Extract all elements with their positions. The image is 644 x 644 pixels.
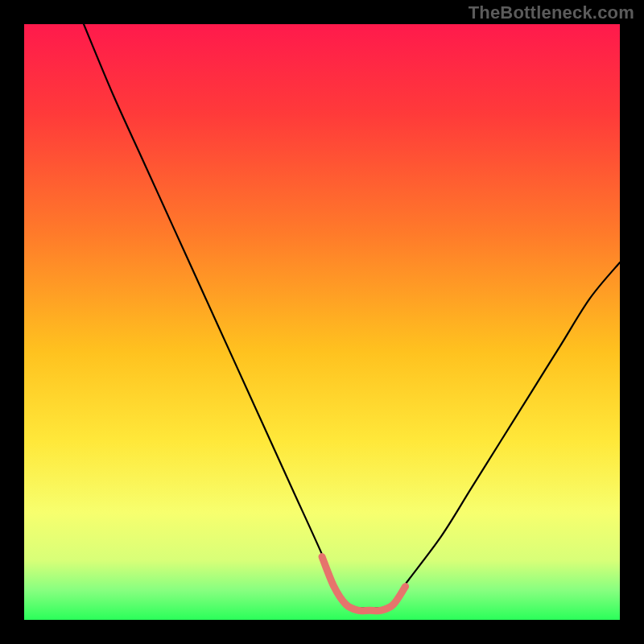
chart-frame: TheBottleneck.com xyxy=(0,0,644,644)
plot-area xyxy=(24,24,620,620)
gradient-background xyxy=(24,24,620,620)
chart-svg xyxy=(24,24,620,620)
watermark-text: TheBottleneck.com xyxy=(469,2,634,23)
